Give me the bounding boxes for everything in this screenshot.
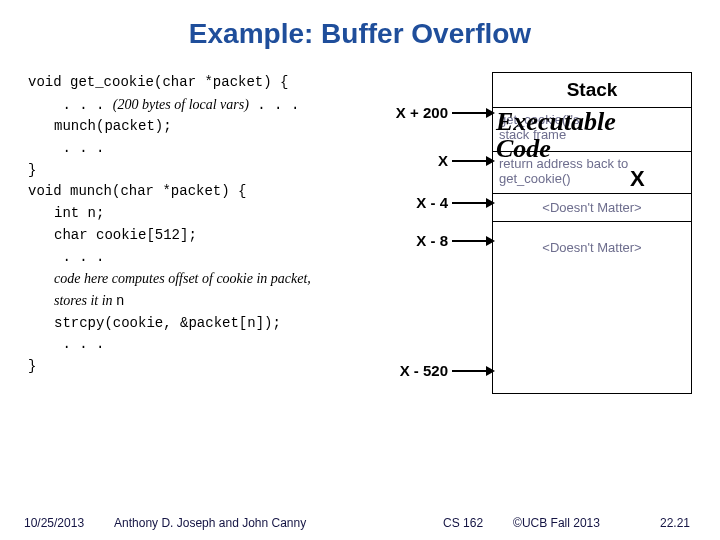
- address-label: X - 520: [388, 362, 448, 379]
- code-line: void get_cookie(char *packet) {: [28, 72, 388, 94]
- address-label: X + 200: [388, 104, 448, 121]
- content-area: void get_cookie(char *packet) { . . . (2…: [0, 72, 720, 502]
- code-block: void get_cookie(char *packet) { . . . (2…: [28, 72, 388, 378]
- code-line: strcpy(cookie, &packet[n]);: [28, 313, 388, 335]
- code-line: . . .: [28, 334, 388, 356]
- code-line: munch(packet);: [28, 116, 388, 138]
- arrow-line: [452, 370, 488, 372]
- footer-copyright: ©UCB Fall 2013: [513, 516, 600, 530]
- footer-authors: Anthony D. Joseph and John Canny: [84, 516, 443, 530]
- code-italic-line: code here computes offset of cookie in p…: [28, 268, 328, 312]
- code-text: . . .: [54, 97, 113, 113]
- code-line: void munch(char *packet) {: [28, 181, 388, 203]
- stack-header: Stack: [493, 73, 691, 107]
- slide-title: Example: Buffer Overflow: [0, 0, 720, 50]
- code-text: . . .: [249, 97, 299, 113]
- arrow-line: [452, 112, 488, 114]
- footer-course: CS 162: [443, 516, 483, 530]
- address-label: X - 4: [388, 194, 448, 211]
- arrow-line: [452, 202, 488, 204]
- address-label: X: [388, 152, 448, 169]
- code-line: }: [28, 356, 388, 378]
- cell-text: stack frame: [499, 127, 566, 142]
- overlay-x-mark: X: [630, 166, 645, 192]
- code-text: n: [116, 293, 124, 309]
- slide-footer: 10/25/2013 Anthony D. Joseph and John Ca…: [0, 516, 720, 530]
- code-text: code here computes offset of cookie in p…: [54, 271, 311, 308]
- code-line: int n;: [28, 203, 388, 225]
- arrow-line: [452, 240, 488, 242]
- stack-cell-empty: [493, 279, 691, 393]
- arrow-line: [452, 160, 488, 162]
- address-label: X - 8: [388, 232, 448, 249]
- stack-diagram: Stack get_cookie()'s stack frame return …: [492, 72, 692, 394]
- code-line: }: [28, 160, 388, 182]
- cell-text: get_cookie()'s: [499, 112, 580, 127]
- footer-date: 10/25/2013: [24, 516, 84, 530]
- code-line: . . .: [28, 247, 388, 269]
- footer-slide-number: 22.21: [660, 516, 690, 530]
- code-italic: (200 bytes of local vars): [113, 97, 249, 112]
- code-line: . . . (200 bytes of local vars) . . .: [28, 94, 388, 117]
- stack-cell-frame: get_cookie()'s stack frame: [493, 107, 691, 151]
- stack-cell-return-addr: return address back to get_cookie(): [493, 151, 691, 193]
- stack-cell-doesnt-matter: <Doesn't Matter>: [493, 193, 691, 221]
- stack-cell-doesnt-matter: <Doesn't Matter>: [493, 221, 691, 279]
- code-line: char cookie[512];: [28, 225, 388, 247]
- code-line: . . .: [28, 138, 388, 160]
